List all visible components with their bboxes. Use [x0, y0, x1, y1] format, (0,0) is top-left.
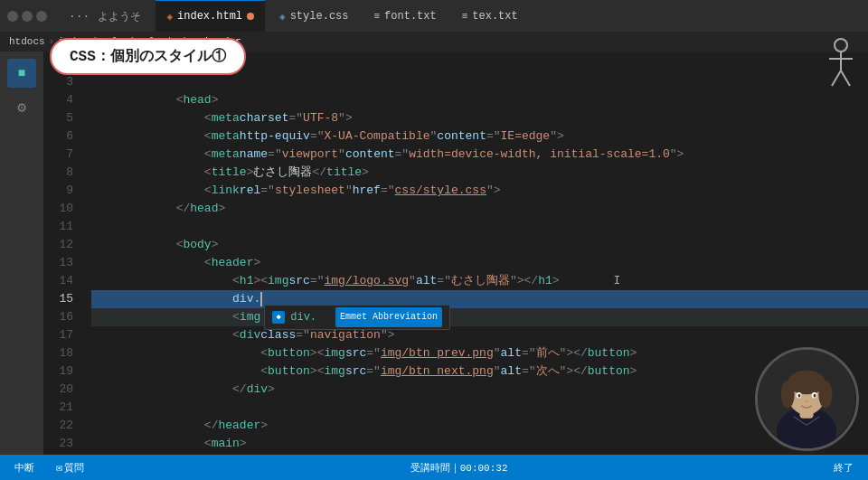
modified-indicator: [247, 13, 254, 20]
code-line-4: <head>: [91, 91, 868, 109]
status-time: 受講時間｜00:00:32: [410, 463, 508, 474]
svg-rect-12: [788, 381, 826, 391]
status-right: 終了: [828, 461, 859, 475]
css-overlay-tooltip: CSS：個別のスタイル①: [50, 38, 246, 75]
svg-point-15: [798, 394, 801, 398]
code-editor[interactable]: 2 3 4 5 6 7 8 9 10 11 12 13 14 15 16 17 …: [43, 52, 868, 455]
activity-icon-2[interactable]: ⚙: [9, 95, 34, 120]
status-interrupt[interactable]: 中断: [9, 461, 40, 475]
code-line-10: </head>: [91, 200, 868, 218]
activity-icon-1[interactable]: ■: [7, 59, 36, 88]
html-file-icon: ◈: [166, 11, 173, 23]
css-file-icon: ◈: [279, 11, 286, 23]
titlebar: ··· よようそ ◈ index.html ◈ style.css ≡ font…: [0, 0, 868, 32]
activity-bar: ■ ⚙: [0, 52, 43, 455]
code-line-20: </div>: [91, 381, 868, 399]
editor-main-area: ■ ⚙ 2 3 4 5 6 7 8 9 10 11 12 13 14 15 16…: [0, 52, 868, 455]
svg-point-17: [805, 400, 808, 402]
tab-label-font: font.txt: [384, 10, 437, 23]
window-controls: [7, 11, 47, 22]
svg-line-4: [841, 71, 850, 86]
code-line-22: </header>: [91, 417, 868, 435]
tab-label-tex: tex.txt: [472, 10, 517, 23]
code-line-3: [91, 73, 868, 91]
code-line-7: <meta name="viewport" content="width=dev…: [91, 146, 868, 164]
tab-vscode[interactable]: ··· よようそ: [58, 0, 152, 32]
status-left: 中断 ✉ 質問: [9, 461, 90, 475]
svg-point-0: [835, 39, 847, 52]
instructor-avatar: [755, 347, 859, 451]
dot-2: [22, 11, 33, 22]
line-numbers: 2 3 4 5 6 7 8 9 10 11 12 13 14 15 16 17 …: [43, 52, 84, 455]
tab-font-txt[interactable]: ≡ font.txt: [363, 0, 447, 32]
tab-label-index: index.html: [177, 10, 242, 23]
tab-label-style: style.css: [290, 10, 349, 23]
tab-tex-txt[interactable]: ≡ tex.txt: [451, 0, 529, 32]
svg-line-3: [832, 71, 841, 86]
figure-icon: [809, 36, 854, 90]
dot-3: [36, 11, 47, 22]
txt-file-icon-1: ≡: [373, 11, 380, 22]
tab-index-html[interactable]: ◈ index.html: [156, 0, 265, 32]
code-line-8: <title>むさし陶器</title>: [91, 164, 868, 182]
css-overlay-text: CSS：個別のスタイル①: [70, 49, 226, 65]
code-line-5: <meta charset="UTF-8">: [91, 109, 868, 127]
status-bar: 中断 ✉ 質問 受講時間｜00:00:32 終了: [0, 455, 868, 480]
txt-file-icon-2: ≡: [462, 11, 468, 22]
status-end[interactable]: 終了: [828, 461, 859, 475]
svg-point-16: [814, 394, 816, 398]
code-content[interactable]: <html lang="ja"> <head> <meta charset="U…: [84, 52, 868, 455]
code-line-9: <link rel="stylesheet" href="css/style.c…: [91, 182, 868, 200]
status-question[interactable]: ✉ 質問: [51, 461, 90, 475]
emmet-abbreviation-label: Emmet Abbreviation: [335, 307, 442, 327]
breadcrumb-item-1[interactable]: htdocs: [9, 36, 45, 47]
code-line-11: [91, 218, 868, 236]
code-line-6: <meta http-equiv="X-UA-Compatible" conte…: [91, 127, 868, 146]
tab-label-vscode: よようそ: [98, 9, 141, 24]
code-line-12: <body>: [91, 236, 868, 254]
code-line-21: [91, 399, 868, 417]
dot-1: [7, 11, 18, 22]
tab-style-css[interactable]: ◈ style.css: [269, 0, 359, 32]
